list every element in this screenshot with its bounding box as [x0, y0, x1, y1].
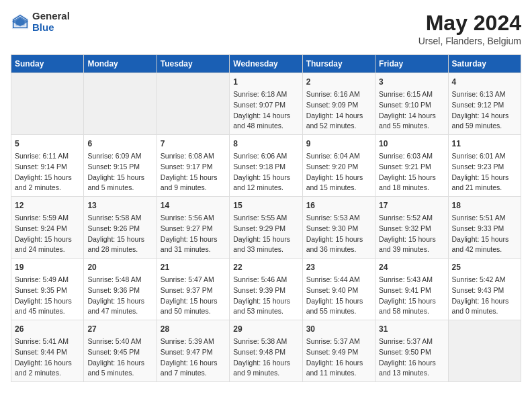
day-info: Sunset: 9:20 PM [306, 162, 371, 173]
day-info: Daylight: 14 hours [306, 111, 371, 122]
day-info: Daylight: 15 hours [161, 296, 226, 307]
day-info: Sunrise: 6:03 AM [379, 151, 444, 162]
day-info: Sunset: 9:47 PM [161, 347, 226, 358]
calendar-cell: 18Sunrise: 5:51 AMSunset: 9:33 PMDayligh… [448, 197, 521, 259]
day-info: Sunset: 9:12 PM [452, 100, 517, 111]
day-number: 6 [87, 138, 152, 150]
calendar-cell: 9Sunrise: 6:04 AMSunset: 9:20 PMDaylight… [302, 135, 375, 197]
calendar-cell: 29Sunrise: 5:38 AMSunset: 9:48 PMDayligh… [230, 320, 302, 382]
day-info: Daylight: 15 hours [379, 296, 444, 307]
day-info: Sunrise: 5:53 AM [306, 213, 371, 224]
day-info: Sunrise: 5:55 AM [233, 213, 298, 224]
day-info: Sunset: 9:14 PM [15, 162, 80, 173]
logo: General Blue [11, 11, 70, 33]
day-number: 16 [306, 199, 371, 212]
day-info: and 7 minutes. [161, 368, 226, 379]
calendar-cell: 11Sunrise: 6:01 AMSunset: 9:23 PMDayligh… [448, 135, 521, 197]
day-number: 18 [452, 199, 517, 212]
day-info: Sunset: 9:39 PM [233, 285, 298, 296]
calendar-week-row: 26Sunrise: 5:41 AMSunset: 9:44 PMDayligh… [11, 320, 521, 382]
logo-general-text: General [32, 11, 70, 22]
day-info: Sunrise: 5:41 AM [15, 336, 80, 347]
day-info: Sunrise: 6:01 AM [452, 151, 517, 162]
day-info: Daylight: 15 hours [15, 234, 80, 245]
day-number: 22 [233, 261, 298, 273]
day-info: and 58 minutes. [379, 306, 444, 317]
calendar-title: May 2024 [418, 11, 521, 36]
day-info: Sunrise: 5:39 AM [161, 336, 226, 347]
title-block: May 2024 Ursel, Flanders, Belgium [418, 11, 521, 46]
day-info: and 50 minutes. [161, 306, 226, 317]
day-info: and 13 minutes. [379, 368, 444, 379]
day-info: and 5 minutes. [87, 183, 152, 193]
day-info: Sunset: 9:45 PM [87, 347, 152, 358]
day-number: 12 [15, 199, 80, 212]
day-info: Sunset: 9:30 PM [306, 224, 371, 234]
day-number: 29 [233, 323, 298, 335]
calendar-subtitle: Ursel, Flanders, Belgium [418, 36, 521, 46]
day-info: and 52 minutes. [306, 121, 371, 132]
day-info: Daylight: 16 hours [233, 358, 298, 369]
calendar-cell: 22Sunrise: 5:46 AMSunset: 9:39 PMDayligh… [230, 259, 302, 320]
weekday-header: Wednesday [230, 55, 302, 73]
day-info: Sunrise: 6:15 AM [379, 89, 444, 100]
calendar-cell [448, 320, 521, 382]
day-info: Sunset: 9:50 PM [379, 347, 444, 358]
page-header: General Blue May 2024 Ursel, Flanders, B… [11, 11, 521, 46]
day-info: and 24 minutes. [15, 244, 80, 255]
day-info: and 9 minutes. [161, 183, 226, 193]
day-info: Daylight: 15 hours [15, 173, 80, 183]
day-number: 2 [306, 76, 371, 88]
day-info: Sunset: 9:27 PM [161, 224, 226, 234]
day-info: and 33 minutes. [233, 244, 298, 255]
day-info: Sunrise: 5:37 AM [379, 336, 444, 347]
day-info: Sunset: 9:29 PM [233, 224, 298, 234]
day-info: Daylight: 15 hours [306, 296, 371, 307]
day-info: Sunset: 9:49 PM [306, 347, 371, 358]
day-number: 4 [452, 76, 517, 88]
day-info: Sunrise: 6:08 AM [161, 151, 226, 162]
day-info: Daylight: 14 hours [452, 111, 517, 122]
day-number: 7 [161, 138, 226, 150]
logo-blue-text: Blue [32, 22, 70, 34]
calendar-week-row: 1Sunrise: 6:18 AMSunset: 9:07 PMDaylight… [11, 73, 521, 135]
day-info: Daylight: 15 hours [161, 173, 226, 183]
day-info: Sunrise: 6:13 AM [452, 89, 517, 100]
weekday-header-row: SundayMondayTuesdayWednesdayThursdayFrid… [11, 55, 521, 73]
day-number: 25 [452, 261, 517, 273]
calendar-cell: 30Sunrise: 5:37 AMSunset: 9:49 PMDayligh… [302, 320, 375, 382]
day-info: Sunset: 9:48 PM [233, 347, 298, 358]
day-info: Sunrise: 5:47 AM [161, 275, 226, 285]
weekday-header: Friday [375, 55, 448, 73]
calendar-cell: 20Sunrise: 5:48 AMSunset: 9:36 PMDayligh… [84, 259, 157, 320]
day-number: 5 [15, 138, 80, 150]
day-info: Daylight: 15 hours [233, 173, 298, 183]
day-info: Sunset: 9:24 PM [15, 224, 80, 234]
day-info: and 0 minutes. [452, 306, 517, 317]
calendar-cell: 4Sunrise: 6:13 AMSunset: 9:12 PMDaylight… [448, 73, 521, 135]
day-info: and 21 minutes. [452, 183, 517, 193]
day-info: and 2 minutes. [15, 183, 80, 193]
day-info: Sunrise: 5:40 AM [87, 336, 152, 347]
day-info: Sunrise: 5:43 AM [379, 275, 444, 285]
day-info: and 55 minutes. [379, 121, 444, 132]
day-info: Daylight: 15 hours [379, 234, 444, 245]
day-number: 1 [233, 76, 298, 88]
day-number: 27 [87, 323, 152, 335]
calendar-cell: 15Sunrise: 5:55 AMSunset: 9:29 PMDayligh… [230, 197, 302, 259]
calendar-cell: 25Sunrise: 5:42 AMSunset: 9:43 PMDayligh… [448, 259, 521, 320]
day-number: 15 [233, 199, 298, 212]
calendar-cell: 27Sunrise: 5:40 AMSunset: 9:45 PMDayligh… [84, 320, 157, 382]
day-info: Sunrise: 5:42 AM [452, 275, 517, 285]
calendar-cell: 10Sunrise: 6:03 AMSunset: 9:21 PMDayligh… [375, 135, 448, 197]
day-info: Daylight: 15 hours [452, 173, 517, 183]
calendar-cell: 24Sunrise: 5:43 AMSunset: 9:41 PMDayligh… [375, 259, 448, 320]
day-info: Sunset: 9:32 PM [379, 224, 444, 234]
day-info: Daylight: 16 hours [452, 296, 517, 307]
day-info: Sunset: 9:17 PM [161, 162, 226, 173]
day-info: Sunrise: 5:48 AM [87, 275, 152, 285]
calendar-cell: 21Sunrise: 5:47 AMSunset: 9:37 PMDayligh… [157, 259, 229, 320]
logo-icon [11, 13, 30, 32]
day-info: and 12 minutes. [233, 183, 298, 193]
calendar-cell [84, 73, 157, 135]
